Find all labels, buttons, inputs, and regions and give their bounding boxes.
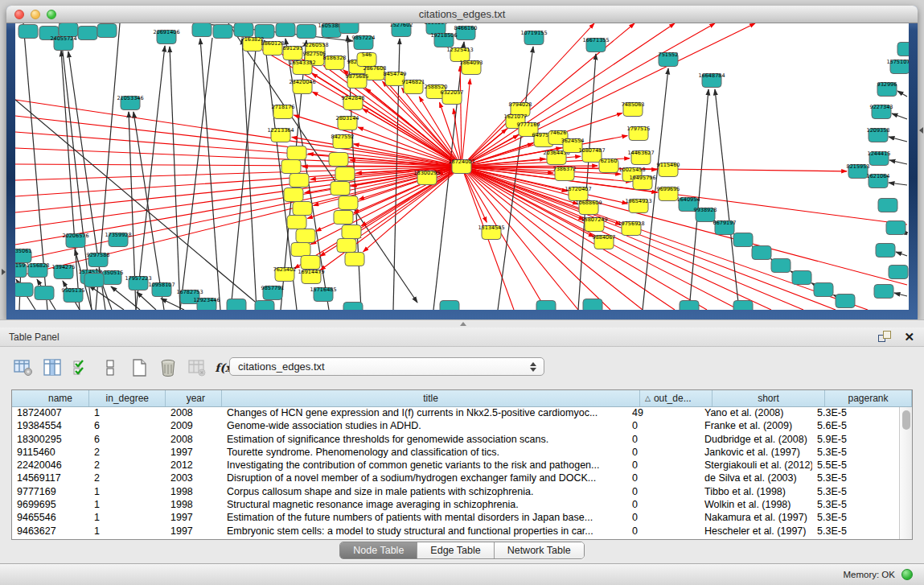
cell-out_de[interactable]: 0 [627, 447, 700, 459]
network-node[interactable] [334, 211, 353, 225]
table-row[interactable]: 1830029562008Estimation of significance … [12, 434, 899, 447]
cell-short[interactable]: Yano et al. (2008) [700, 407, 812, 420]
cell-pagerank[interactable]: 5.3E-5 [812, 447, 899, 459]
network-node[interactable] [213, 25, 232, 39]
network-node[interactable] [35, 286, 54, 300]
network-node[interactable] [15, 283, 33, 297]
table-row[interactable]: 911546021997Tourette syndrome. Phenomeno… [12, 447, 899, 459]
network-node[interactable] [792, 271, 811, 285]
network-node[interactable] [281, 160, 301, 174]
network-node[interactable] [335, 167, 355, 181]
table-settings-icon[interactable] [11, 356, 35, 380]
cell-year[interactable]: 2009 [166, 420, 222, 433]
column-header-title[interactable]: title [222, 390, 640, 406]
tab-network-table[interactable]: Network Table [494, 542, 584, 558]
cell-out_de[interactable]: 0 [627, 525, 700, 538]
network-node[interactable] [733, 233, 753, 247]
cell-out_de[interactable]: 0 [627, 512, 700, 525]
network-node[interactable] [97, 24, 117, 38]
cell-short[interactable]: Tibbo et al. (1998) [700, 486, 812, 499]
cell-year[interactable]: 2008 [166, 434, 222, 447]
row-select-checks-icon[interactable] [69, 356, 93, 380]
column-header-short[interactable]: short [713, 390, 825, 406]
network-node[interactable] [752, 246, 771, 260]
network-node[interactable] [339, 196, 358, 210]
network-node[interactable] [342, 225, 361, 239]
table-row[interactable]: 2242004622012Investigating the contribut… [12, 459, 899, 472]
cell-short[interactable]: Nakamura et al. (1997) [700, 512, 812, 525]
cell-title[interactable]: Investigating the contribution of common… [222, 459, 627, 472]
network-node[interactable] [771, 259, 791, 273]
network-node[interactable] [874, 285, 893, 299]
cell-year[interactable]: 2008 [166, 407, 222, 420]
network-node[interactable] [886, 221, 906, 235]
cell-title[interactable]: Estimation of significance thresholds fo… [222, 434, 627, 447]
cell-pagerank[interactable]: 5.6E-5 [812, 420, 899, 433]
network-node[interactable] [836, 295, 855, 308]
column-header-year[interactable]: year [166, 390, 222, 406]
cell-name[interactable]: 18300295 [12, 434, 89, 447]
cell-title[interactable]: Disruption of a novel member of a sodium… [222, 472, 627, 485]
column-header-name[interactable]: name [12, 390, 89, 406]
cell-name[interactable]: 19384554 [12, 420, 89, 433]
cell-name[interactable]: 18724007 [12, 407, 89, 420]
network-node[interactable] [814, 283, 833, 297]
right-panel-collapse-arrow[interactable] [919, 127, 923, 134]
cell-in_degree[interactable]: 6 [89, 420, 166, 433]
delete-table-icon[interactable] [185, 356, 209, 380]
cell-short[interactable]: Stergiakouli et al. (2012) [700, 459, 812, 472]
network-node[interactable] [293, 202, 312, 216]
float-panel-icon[interactable] [878, 331, 893, 344]
cell-pagerank[interactable]: 5.5E-5 [812, 459, 899, 472]
table-row[interactable]: 1938455462009Genome-wide association stu… [12, 420, 899, 433]
network-node[interactable] [284, 188, 303, 202]
memory-indicator[interactable] [901, 569, 913, 580]
cell-pagerank[interactable]: 5.3E-5 [812, 512, 899, 525]
window-titlebar[interactable]: citations_edges.txt [6, 6, 918, 23]
network-node[interactable] [287, 216, 306, 229]
cell-title[interactable]: Tourette syndrome. Phenomenology and cla… [222, 447, 627, 459]
delete-attribute-icon[interactable] [156, 356, 180, 380]
cell-pagerank[interactable]: 5.9E-5 [812, 434, 899, 447]
table-row[interactable]: 1872400712008Changes of HCN gene express… [12, 407, 899, 420]
cell-in_degree[interactable]: 1 [89, 407, 166, 420]
cell-out_de[interactable]: 0 [627, 420, 700, 433]
network-node[interactable] [536, 301, 556, 311]
cell-year[interactable]: 1997 [166, 512, 222, 525]
network-node[interactable] [680, 301, 699, 311]
new-table-icon[interactable] [127, 356, 151, 380]
network-node[interactable] [733, 301, 753, 311]
network-node[interactable] [440, 301, 459, 311]
column-header-pagerank[interactable]: pagerank [825, 390, 912, 406]
column-visibility-icon[interactable] [40, 356, 64, 380]
network-node[interactable] [876, 244, 895, 257]
network-node[interactable] [343, 303, 363, 311]
cell-out_de[interactable]: 0 [627, 459, 700, 472]
cell-out_de[interactable]: 49 [627, 407, 700, 420]
cell-year[interactable]: 2003 [166, 472, 222, 485]
network-node[interactable] [345, 253, 364, 266]
cell-name[interactable]: 9777169 [12, 486, 89, 499]
cell-out_de[interactable]: 0 [627, 472, 700, 485]
network-node[interactable] [339, 23, 359, 34]
cell-year[interactable]: 1998 [166, 486, 222, 499]
network-node[interactable] [255, 301, 274, 311]
cell-year[interactable]: 1998 [166, 499, 222, 512]
cell-pagerank[interactable]: 5.3E-5 [812, 407, 899, 420]
network-node[interactable] [287, 146, 306, 160]
network-node[interactable] [583, 299, 602, 311]
cell-in_degree[interactable]: 1 [89, 525, 166, 538]
cell-pagerank[interactable]: 5.3E-5 [812, 472, 899, 485]
cell-in_degree[interactable]: 1 [89, 499, 166, 512]
network-node[interactable] [227, 299, 246, 311]
network-node[interactable] [18, 25, 38, 39]
network-node[interactable] [276, 23, 295, 37]
cell-title[interactable]: Embryonic stem cells: a model to study s… [222, 525, 627, 538]
table-vertical-scrollbar[interactable] [899, 407, 912, 539]
cell-short[interactable]: Jankovic et al. (1997) [700, 447, 812, 459]
network-node[interactable] [296, 229, 315, 243]
network-node[interactable] [337, 239, 356, 253]
network-node[interactable] [84, 274, 104, 287]
network-node[interactable] [878, 199, 897, 212]
column-header-in_degree[interactable]: in_degree [89, 390, 166, 406]
